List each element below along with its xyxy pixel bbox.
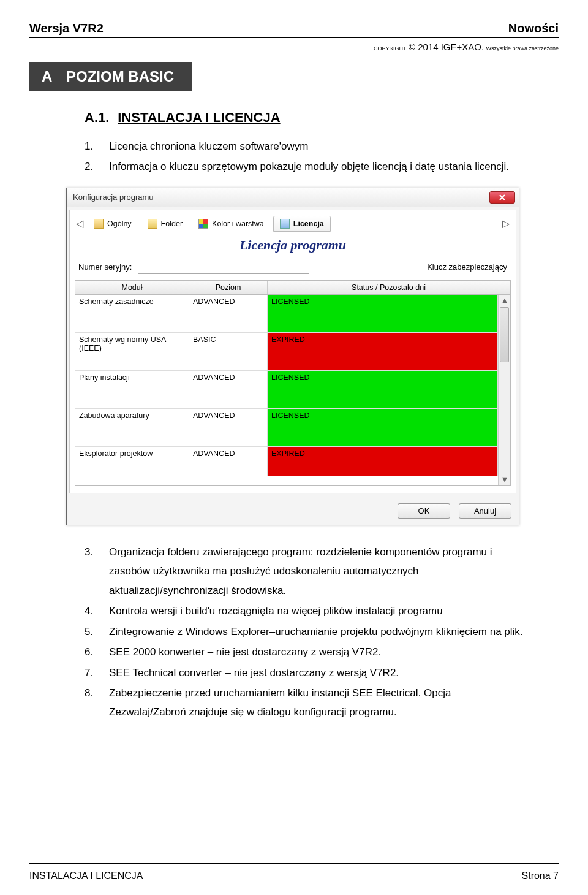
grid-scrollbar[interactable]: ▴ ▾ [498, 295, 510, 485]
cell-status: LICENSED [268, 371, 498, 409]
general-icon [94, 219, 104, 229]
col-module[interactable]: Moduł [75, 281, 189, 294]
footer-left: INSTALACJA I LICENCJA [29, 870, 143, 882]
cell-status: LICENSED [268, 409, 498, 447]
cell-level: ADVANCED [189, 409, 268, 447]
ok-button[interactable]: OK [398, 503, 450, 519]
footer-right: Strona 7 [522, 870, 559, 882]
cell-level: ADVANCED [189, 295, 268, 333]
palette-icon [198, 219, 208, 229]
section-a-banner: A POZIOM BASIC [29, 62, 192, 91]
header-right: Nowości [508, 21, 559, 36]
cell-module: Plany instalacji [75, 371, 189, 409]
lock-icon [280, 219, 290, 229]
scroll-up-icon[interactable]: ▴ [499, 295, 510, 306]
serial-label: Numer seryjny: [78, 262, 132, 272]
dialog-title: Konfiguracja programu [73, 192, 154, 202]
cell-status: LICENSED [268, 295, 498, 333]
cell-module: Schematy zasadnicze [75, 295, 189, 333]
tab-scroll-left[interactable]: ◁ [75, 217, 85, 230]
close-button[interactable] [489, 191, 515, 204]
cancel-button[interactable]: Anuluj [459, 503, 511, 519]
folder-icon [148, 219, 157, 229]
heading-a1: A.1.INSTALACJA I LICENCJA [85, 110, 526, 126]
config-dialog: Konfiguracja programu ◁ Ogólny Folder Ko… [66, 188, 519, 525]
list-item: 1.Licencja chroniona kluczem software'ow… [85, 137, 526, 156]
serial-input[interactable] [138, 261, 309, 274]
cell-status: EXPIRED [268, 447, 498, 476]
cell-module: Zabudowa aparatury [75, 409, 189, 447]
dongle-label: Klucz zabezpieczający [427, 262, 507, 272]
list-item: 8.Zabezpieczenie przed uruchamianiem kil… [85, 684, 526, 722]
cell-module: Schematy wg normy USA (IEEE) [75, 333, 189, 371]
col-level[interactable]: Poziom [189, 281, 268, 294]
cell-level: ADVANCED [189, 371, 268, 409]
tab-general[interactable]: Ogólny [87, 216, 138, 232]
scroll-down-icon[interactable]: ▾ [499, 474, 510, 485]
copyright-line: COPYRIGHT © 2014 IGE+XAO. Wszystkie praw… [29, 42, 559, 52]
cell-level: ADVANCED [189, 447, 268, 476]
list-item: 5.Zintegrowanie z Windows Explorer–uruch… [85, 622, 526, 641]
close-icon [499, 194, 506, 201]
tab-color-layer[interactable]: Kolor i warstwa [192, 216, 271, 232]
list-item: 2.Informacja o kluczu sprzętowym pokazuj… [85, 157, 526, 176]
tab-license[interactable]: Licencja [273, 216, 331, 232]
license-grid: Moduł Poziom Status / Pozostało dni Sche… [75, 280, 511, 486]
cell-level: BASIC [189, 333, 268, 371]
cell-status: EXPIRED [268, 333, 498, 371]
list-item: 7.SEE Technical converter – nie jest dos… [85, 663, 526, 682]
list-item: 4.Kontrola wersji i build'u rozciągnięta… [85, 601, 526, 620]
tab-scroll-right[interactable]: ▷ [501, 217, 511, 230]
list-item: 3.Organizacja folderu zawierającego prog… [85, 543, 526, 600]
cell-module: Eksplorator projektów [75, 447, 189, 476]
list-item: 6.SEE 2000 konwerter – nie jest dostarcz… [85, 642, 526, 661]
license-heading: Licencja programu [75, 237, 511, 253]
tab-folder[interactable]: Folder [141, 216, 189, 232]
header-version: Wersja V7R2 [29, 21, 104, 36]
col-status[interactable]: Status / Pozostało dni [268, 281, 510, 294]
scroll-thumb[interactable] [500, 307, 509, 362]
